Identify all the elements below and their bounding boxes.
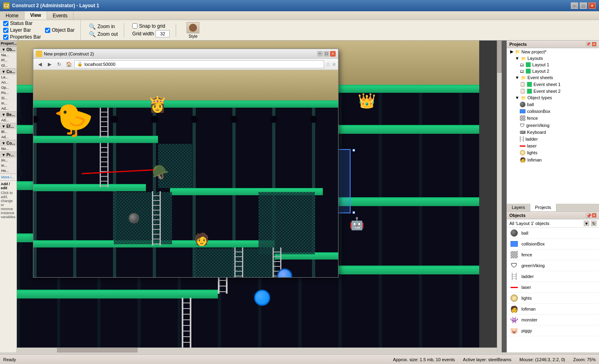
status-layer: Active layer: steelBeams [463, 357, 511, 362]
obj-ball[interactable]: ball [507, 228, 599, 239]
object-bar-check[interactable]: Object Bar [45, 27, 75, 33]
vertical-scrollbar[interactable] [497, 41, 502, 352]
objects-close-button[interactable]: × [592, 213, 597, 218]
selection-handle-br[interactable] [353, 211, 355, 214]
sidebar-section-header-beh[interactable]: ▼Be... [0, 112, 16, 118]
obj-lofiman-icon: 🧑 [510, 305, 518, 313]
obj-fence[interactable]: fence [507, 249, 599, 260]
sidebar-section-header-obj[interactable]: ▼Ob... [0, 47, 16, 53]
close-button[interactable]: × [589, 2, 596, 9]
greenviking-icon: 🛡 [520, 123, 525, 128]
nav-refresh-button[interactable]: ↻ [55, 60, 63, 68]
tab-events[interactable]: Events [47, 11, 74, 20]
objects-panel: Objects 📌 × All 'Layout 1' objects ▼ ↻ b… [507, 212, 599, 352]
tree-item-lights[interactable]: lights [507, 149, 599, 156]
tree-item-lofiman[interactable]: 🧑 lofiman [507, 156, 599, 164]
tree-item-laser[interactable]: laser [507, 143, 599, 149]
status-zoom-text: Zoom: 75% [573, 357, 596, 362]
nav-forward-button[interactable]: ▶ [45, 60, 53, 68]
url-bar[interactable]: 🔒 localhost:50000 [74, 60, 324, 68]
obj-greenviking[interactable]: 🛡 greenViking [507, 260, 599, 271]
nav-home-button[interactable]: 🏠 [65, 60, 73, 68]
sidebar-section-header-common[interactable]: ▼Co... [0, 69, 16, 75]
status-bar-check[interactable]: Status Bar [3, 20, 41, 26]
viking-sprite: 👑 [355, 85, 379, 117]
scrollbar-thumb-v[interactable] [497, 41, 502, 73]
title-text: Construct 2 (Administrator) - Layout 1 [12, 3, 99, 8]
add-edit-section: Add / edit Click to add, change or remov… [0, 180, 16, 220]
sidebar-section-container: ▼Co... No... [0, 140, 16, 152]
tree-item-objecttypes[interactable]: ▼ 📁 Object types [507, 94, 599, 101]
obj-lofiman[interactable]: 🧑 lofiman [507, 304, 599, 315]
bg-sand [33, 70, 338, 102]
lofiman-icon: 🧑 [520, 157, 526, 163]
sidebar-section-header-priv[interactable]: ▼Pr... [0, 152, 16, 158]
snap-to-grid-check[interactable]: Snap to grid [132, 23, 170, 29]
tree-item-eventsheet2[interactable]: 📋 Event sheet 2 [507, 88, 599, 94]
object-types-label: Object types [527, 95, 552, 100]
grid-width-input[interactable] [156, 30, 170, 37]
tab-projects[interactable]: Projects [530, 204, 556, 211]
panel-pin-button[interactable]: 📌 [586, 42, 591, 47]
layer-bar-check[interactable]: Layer Bar [3, 27, 41, 33]
browser-minimize[interactable]: − [317, 51, 323, 57]
obj-greenviking-icon: 🛡 [510, 262, 518, 270]
obj-lights[interactable]: lights [507, 293, 599, 304]
minimize-button[interactable]: − [571, 2, 578, 9]
status-zoom: Zoom: 75% [573, 357, 596, 362]
sidebar-section-header-con[interactable]: ▼Co... [0, 140, 16, 146]
browser-maximize[interactable]: □ [324, 51, 329, 57]
sidebar-section-header-eff[interactable]: ▼Ef... [0, 123, 16, 129]
tree-item-project[interactable]: ▶ 📁 New project* [507, 48, 599, 55]
bird-char: 🐤 [53, 104, 94, 136]
tree-item-keyboard[interactable]: ⌨ Keyboard [507, 129, 599, 135]
bookmark-button[interactable]: ☆ [326, 61, 331, 67]
scrollbar-thumb-h[interactable] [57, 348, 137, 352]
obj-ladder[interactable]: ladder [507, 271, 599, 282]
browser-close[interactable]: × [330, 51, 336, 57]
tree-item-layout1[interactable]: 🗂 Layout 1 [507, 61, 599, 68]
tab-view[interactable]: View [25, 11, 47, 20]
obj-collisionbox[interactable]: collisionBox [507, 239, 599, 249]
objects-refresh-button[interactable]: ↻ [591, 221, 597, 226]
tree-item-layouts[interactable]: ▼ 📁 Layouts [507, 55, 599, 61]
tree-item-collisionbox[interactable]: collisionBox [507, 108, 599, 115]
objects-pin-button[interactable]: 📌 [586, 213, 591, 218]
panel-tabs: Layers Projects [507, 204, 599, 212]
zoom-out-button[interactable]: 🔍 Zoom out [89, 31, 118, 37]
platform-4 [17, 290, 218, 299]
fence-3 [258, 192, 315, 254]
maximize-button[interactable]: □ [580, 2, 587, 9]
obj-laser-icon [510, 283, 518, 291]
zoom-group: 🔍 Zoom in 🔍 Zoom out [89, 23, 124, 37]
tree-item-layout2[interactable]: 🗂 Layout 2 [507, 68, 599, 74]
properties-sidebar: Propert... ▼Ob... Na... Pl... Gl... ▼Co.… [0, 41, 17, 352]
more-info-link[interactable]: More i... [0, 174, 16, 180]
obj-laser[interactable]: laser [507, 282, 599, 293]
zoom-in-button[interactable]: 🔍 Zoom in [89, 23, 118, 30]
tree-item-ball[interactable]: ball [507, 101, 599, 108]
ball-icon [520, 102, 525, 107]
panel-close-button[interactable]: × [592, 42, 597, 47]
horizontal-scrollbar[interactable] [17, 348, 502, 352]
nav-back-button[interactable]: ◀ [36, 60, 44, 68]
tree-item-eventsheet1[interactable]: 📋 Event sheet 1 [507, 81, 599, 88]
objects-filter-text: All 'Layout 1' objects [509, 221, 550, 226]
hole-4-0 [191, 116, 198, 123]
style-button[interactable]: Style [184, 21, 202, 40]
objects-filter-button[interactable]: ▼ [584, 221, 589, 226]
selection-handle-tr[interactable] [353, 149, 355, 151]
browser-toolbar: ◀ ▶ ↻ 🏠 🔒 localhost:50000 ☆ ≡ [33, 59, 338, 70]
obj-monster[interactable]: 👾 monster [507, 315, 599, 325]
tab-layers[interactable]: Layers [507, 204, 530, 211]
properties-bar-check[interactable]: Properties Bar [3, 34, 41, 40]
col-0 [33, 108, 37, 277]
tab-home[interactable]: Home [0, 11, 25, 20]
tree-item-greenviking[interactable]: 🛡 greenViking [507, 122, 599, 129]
browser-menu-button[interactable]: ≡ [332, 61, 336, 67]
tree-item-fence[interactable]: fence [507, 115, 599, 122]
obj-piggy[interactable]: 🐷 piggy [507, 325, 599, 336]
bg-game: 🐤 👸 🪖 🧑 [33, 108, 338, 277]
tree-item-ladder[interactable]: ladder [507, 135, 599, 143]
tree-item-eventsheets[interactable]: ▼ 📁 Event sheets [507, 74, 599, 81]
